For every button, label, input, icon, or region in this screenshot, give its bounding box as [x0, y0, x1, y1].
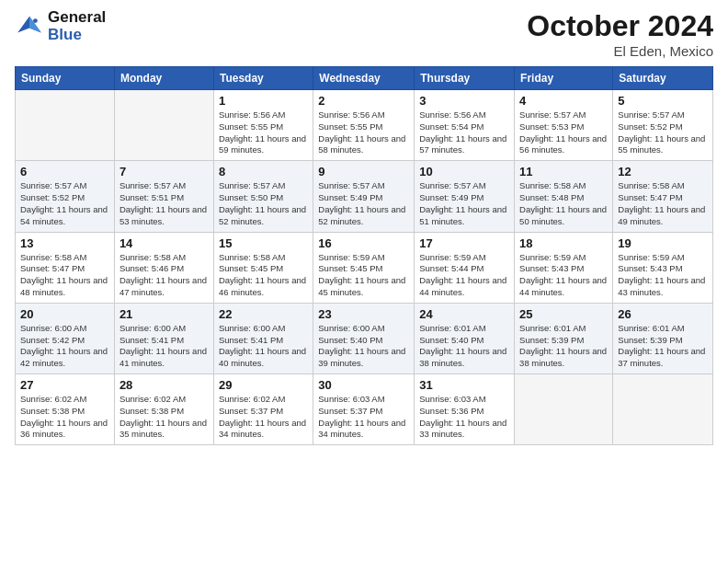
- calendar-day-cell: 7Sunrise: 5:57 AM Sunset: 5:51 PM Daylig…: [114, 161, 213, 232]
- calendar-day-cell: 26Sunrise: 6:01 AM Sunset: 5:39 PM Dayli…: [613, 303, 713, 373]
- day-info: Sunrise: 5:56 AM Sunset: 5:55 PM Dayligh…: [318, 109, 409, 156]
- day-number: 31: [419, 378, 509, 392]
- logo-general: General: [48, 9, 106, 27]
- month-title: October 2024: [527, 9, 713, 43]
- calendar-day-header: Friday: [515, 67, 613, 90]
- day-number: 5: [618, 94, 708, 108]
- day-info: Sunrise: 5:59 AM Sunset: 5:45 PM Dayligh…: [318, 252, 409, 299]
- day-info: Sunrise: 5:57 AM Sunset: 5:53 PM Dayligh…: [519, 109, 608, 156]
- day-info: Sunrise: 5:58 AM Sunset: 5:45 PM Dayligh…: [219, 252, 308, 299]
- calendar-day-cell: 22Sunrise: 6:00 AM Sunset: 5:41 PM Dayli…: [213, 303, 313, 373]
- calendar-day-cell: 17Sunrise: 5:59 AM Sunset: 5:44 PM Dayli…: [415, 232, 515, 303]
- day-number: 18: [519, 236, 608, 250]
- day-info: Sunrise: 6:02 AM Sunset: 5:38 PM Dayligh…: [119, 394, 209, 441]
- day-info: Sunrise: 6:02 AM Sunset: 5:38 PM Dayligh…: [20, 394, 109, 441]
- day-info: Sunrise: 6:00 AM Sunset: 5:42 PM Dayligh…: [20, 323, 109, 370]
- day-number: 2: [318, 94, 409, 108]
- day-number: 21: [119, 307, 209, 321]
- day-number: 15: [219, 236, 308, 250]
- day-info: Sunrise: 5:59 AM Sunset: 5:44 PM Dayligh…: [419, 252, 509, 299]
- calendar-day-cell: 14Sunrise: 5:58 AM Sunset: 5:46 PM Dayli…: [114, 232, 213, 303]
- day-info: Sunrise: 6:03 AM Sunset: 5:37 PM Dayligh…: [318, 394, 409, 441]
- calendar-day-cell: [16, 90, 115, 161]
- day-info: Sunrise: 6:00 AM Sunset: 5:41 PM Dayligh…: [219, 323, 308, 370]
- calendar-day-cell: 8Sunrise: 5:57 AM Sunset: 5:50 PM Daylig…: [213, 161, 313, 232]
- calendar-day-cell: 31Sunrise: 6:03 AM Sunset: 5:36 PM Dayli…: [415, 374, 515, 445]
- day-info: Sunrise: 5:57 AM Sunset: 5:49 PM Dayligh…: [318, 180, 409, 227]
- calendar-day-cell: 3Sunrise: 5:56 AM Sunset: 5:54 PM Daylig…: [415, 90, 515, 161]
- calendar-day-cell: 11Sunrise: 5:58 AM Sunset: 5:48 PM Dayli…: [515, 161, 613, 232]
- calendar-day-cell: 25Sunrise: 6:01 AM Sunset: 5:39 PM Dayli…: [515, 303, 613, 373]
- day-info: Sunrise: 5:58 AM Sunset: 5:47 PM Dayligh…: [20, 252, 109, 299]
- calendar-day-cell: 30Sunrise: 6:03 AM Sunset: 5:37 PM Dayli…: [313, 374, 415, 445]
- calendar-week-row: 27Sunrise: 6:02 AM Sunset: 5:38 PM Dayli…: [16, 374, 713, 445]
- day-number: 26: [618, 307, 708, 321]
- logo-blue: Blue: [48, 27, 106, 44]
- day-number: 10: [419, 165, 509, 178]
- calendar-day-cell: 27Sunrise: 6:02 AM Sunset: 5:38 PM Dayli…: [16, 374, 115, 445]
- calendar-day-cell: 9Sunrise: 5:57 AM Sunset: 5:49 PM Daylig…: [313, 161, 415, 232]
- day-number: 6: [20, 165, 109, 178]
- calendar-day-header: Wednesday: [313, 67, 415, 90]
- calendar-day-cell: [613, 374, 713, 445]
- day-number: 30: [318, 378, 409, 392]
- day-info: Sunrise: 5:57 AM Sunset: 5:49 PM Dayligh…: [419, 180, 509, 227]
- day-info: Sunrise: 5:59 AM Sunset: 5:43 PM Dayligh…: [618, 252, 708, 299]
- calendar-day-cell: 18Sunrise: 5:59 AM Sunset: 5:43 PM Dayli…: [515, 232, 613, 303]
- calendar-day-cell: 10Sunrise: 5:57 AM Sunset: 5:49 PM Dayli…: [415, 161, 515, 232]
- day-number: 11: [519, 165, 608, 178]
- calendar-table: SundayMondayTuesdayWednesdayThursdayFrid…: [15, 66, 713, 445]
- calendar-day-cell: 5Sunrise: 5:57 AM Sunset: 5:52 PM Daylig…: [613, 90, 713, 161]
- day-number: 9: [318, 165, 409, 178]
- calendar-day-cell: 2Sunrise: 5:56 AM Sunset: 5:55 PM Daylig…: [313, 90, 415, 161]
- calendar-day-header: Monday: [114, 67, 213, 90]
- day-info: Sunrise: 6:00 AM Sunset: 5:40 PM Dayligh…: [318, 323, 409, 370]
- calendar-day-header: Thursday: [415, 67, 515, 90]
- calendar-day-cell: 12Sunrise: 5:58 AM Sunset: 5:47 PM Dayli…: [613, 161, 713, 232]
- day-number: 23: [318, 307, 409, 321]
- calendar-day-cell: 20Sunrise: 6:00 AM Sunset: 5:42 PM Dayli…: [16, 303, 115, 373]
- day-info: Sunrise: 6:01 AM Sunset: 5:40 PM Dayligh…: [419, 323, 509, 370]
- title-block: October 2024 El Eden, Mexico: [527, 9, 713, 59]
- calendar-week-row: 1Sunrise: 5:56 AM Sunset: 5:55 PM Daylig…: [16, 90, 713, 161]
- location: El Eden, Mexico: [527, 43, 713, 59]
- calendar-day-cell: 6Sunrise: 5:57 AM Sunset: 5:52 PM Daylig…: [16, 161, 115, 232]
- calendar-day-header: Sunday: [16, 67, 115, 90]
- day-info: Sunrise: 5:58 AM Sunset: 5:48 PM Dayligh…: [519, 180, 608, 227]
- day-number: 13: [20, 236, 109, 250]
- day-info: Sunrise: 5:58 AM Sunset: 5:47 PM Dayligh…: [618, 180, 708, 227]
- calendar-day-cell: 29Sunrise: 6:02 AM Sunset: 5:37 PM Dayli…: [213, 374, 313, 445]
- calendar-day-cell: [114, 90, 213, 161]
- day-number: 8: [219, 165, 308, 178]
- day-info: Sunrise: 6:00 AM Sunset: 5:41 PM Dayligh…: [119, 323, 209, 370]
- day-number: 29: [219, 378, 308, 392]
- page: General Blue October 2024 El Eden, Mexic…: [0, 0, 728, 563]
- calendar-day-cell: 4Sunrise: 5:57 AM Sunset: 5:53 PM Daylig…: [515, 90, 613, 161]
- calendar-week-row: 6Sunrise: 5:57 AM Sunset: 5:52 PM Daylig…: [16, 161, 713, 232]
- calendar-day-cell: [515, 374, 613, 445]
- day-number: 16: [318, 236, 409, 250]
- day-number: 19: [618, 236, 708, 250]
- day-info: Sunrise: 5:56 AM Sunset: 5:54 PM Dayligh…: [419, 109, 509, 156]
- day-number: 24: [419, 307, 509, 321]
- logo: General Blue: [15, 9, 106, 43]
- calendar-day-cell: 21Sunrise: 6:00 AM Sunset: 5:41 PM Dayli…: [114, 303, 213, 373]
- day-info: Sunrise: 5:57 AM Sunset: 5:52 PM Dayligh…: [618, 109, 708, 156]
- day-number: 7: [119, 165, 209, 178]
- day-info: Sunrise: 5:56 AM Sunset: 5:55 PM Dayligh…: [219, 109, 308, 156]
- header: General Blue October 2024 El Eden, Mexic…: [15, 9, 713, 59]
- calendar-day-cell: 1Sunrise: 5:56 AM Sunset: 5:55 PM Daylig…: [213, 90, 313, 161]
- day-info: Sunrise: 6:01 AM Sunset: 5:39 PM Dayligh…: [519, 323, 608, 370]
- day-number: 28: [119, 378, 209, 392]
- calendar-day-cell: 16Sunrise: 5:59 AM Sunset: 5:45 PM Dayli…: [313, 232, 415, 303]
- day-info: Sunrise: 5:57 AM Sunset: 5:50 PM Dayligh…: [219, 180, 308, 227]
- day-number: 25: [519, 307, 608, 321]
- day-number: 17: [419, 236, 509, 250]
- day-info: Sunrise: 6:02 AM Sunset: 5:37 PM Dayligh…: [219, 394, 308, 441]
- logo-icon: [15, 12, 44, 41]
- calendar-header-row: SundayMondayTuesdayWednesdayThursdayFrid…: [16, 67, 713, 90]
- calendar-week-row: 20Sunrise: 6:00 AM Sunset: 5:42 PM Dayli…: [16, 303, 713, 373]
- day-number: 22: [219, 307, 308, 321]
- day-info: Sunrise: 6:01 AM Sunset: 5:39 PM Dayligh…: [618, 323, 708, 370]
- svg-point-2: [33, 18, 38, 23]
